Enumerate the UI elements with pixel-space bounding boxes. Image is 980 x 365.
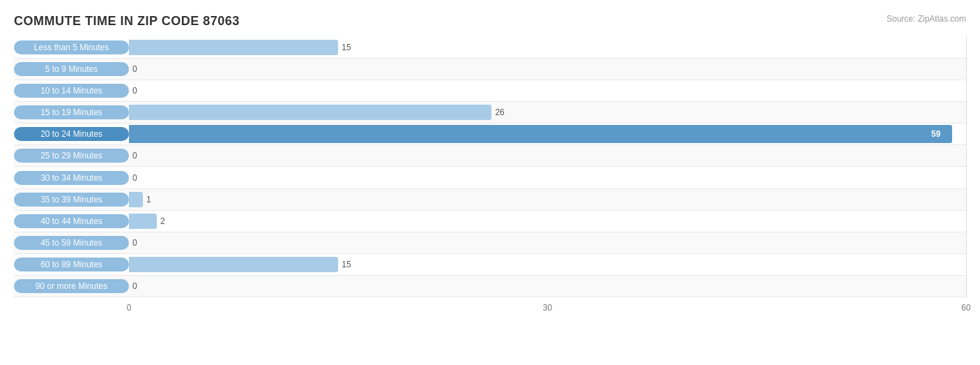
bar-track: 0 xyxy=(129,80,966,101)
source-label: Source: ZipAtlas.com xyxy=(887,14,966,24)
bar-label: Less than 5 Minutes xyxy=(14,40,129,54)
bars-section: Less than 5 Minutes155 to 9 Minutes010 t… xyxy=(14,37,966,297)
bar-label: 30 to 34 Minutes xyxy=(14,171,129,185)
bar-value: 15 xyxy=(342,260,351,269)
bar-label: 35 to 39 Minutes xyxy=(14,193,129,207)
bar-value: 0 xyxy=(132,86,137,96)
bar-value: 1 xyxy=(146,195,151,204)
bar-value: 0 xyxy=(132,151,137,161)
bar-row: 35 to 39 Minutes1 xyxy=(14,189,966,211)
bar-fill xyxy=(129,125,952,143)
x-axis-label: 30 xyxy=(543,303,552,313)
bar-track: 0 xyxy=(129,167,966,188)
bar-track: 0 xyxy=(129,232,966,253)
bar-value: 0 xyxy=(132,64,137,74)
bar-label: 40 to 44 Minutes xyxy=(14,214,129,228)
bar-label: 90 or more Minutes xyxy=(14,279,129,293)
bar-row: 15 to 19 Minutes26 xyxy=(14,102,966,124)
bar-label: 10 to 14 Minutes xyxy=(14,84,129,98)
chart-title: COMMUTE TIME IN ZIP CODE 87063 xyxy=(14,14,966,29)
bar-label: 5 to 9 Minutes xyxy=(14,62,129,76)
bar-track: 15 xyxy=(129,37,966,58)
bar-row: 5 to 9 Minutes0 xyxy=(14,59,966,80)
x-axis-label: 60 xyxy=(961,303,970,313)
bar-row: 60 to 89 Minutes15 xyxy=(14,254,966,276)
bar-label: 45 to 59 Minutes xyxy=(14,236,129,250)
x-axis: 03060 xyxy=(129,297,966,318)
bar-label: 25 to 29 Minutes xyxy=(14,149,129,163)
bar-track: 15 xyxy=(129,254,966,275)
bar-row: Less than 5 Minutes15 xyxy=(14,37,966,59)
bar-track: 0 xyxy=(129,59,966,80)
bar-fill xyxy=(129,105,491,120)
bar-label: 60 to 89 Minutes xyxy=(14,258,129,271)
bar-row: 90 or more Minutes0 xyxy=(14,276,966,297)
x-axis-label: 0 xyxy=(127,303,132,313)
bar-row: 40 to 44 Minutes2 xyxy=(14,211,966,232)
bar-label: 15 to 19 Minutes xyxy=(14,105,129,119)
bar-value: 2 xyxy=(160,216,165,226)
bar-track: 2 xyxy=(129,211,966,232)
bar-value: 0 xyxy=(132,173,137,183)
bar-row: 45 to 59 Minutes0 xyxy=(14,232,966,254)
bar-track: 0 xyxy=(129,145,966,166)
bar-value: 26 xyxy=(495,107,504,117)
bar-fill xyxy=(129,214,157,229)
bar-row: 10 to 14 Minutes0 xyxy=(14,80,966,102)
bar-fill xyxy=(129,257,338,272)
grid-line xyxy=(966,37,967,297)
bar-track: 59 xyxy=(129,124,966,144)
bar-track: 0 xyxy=(129,276,966,297)
chart-container: COMMUTE TIME IN ZIP CODE 87063 Source: Z… xyxy=(0,0,980,365)
bar-fill xyxy=(129,192,143,207)
chart-area: Less than 5 Minutes155 to 9 Minutes010 t… xyxy=(14,37,966,318)
bar-track: 26 xyxy=(129,102,966,123)
bar-track: 1 xyxy=(129,189,966,210)
bar-label: 20 to 24 Minutes xyxy=(14,127,129,141)
bar-value: 0 xyxy=(132,281,137,291)
bar-value: 15 xyxy=(342,43,351,52)
bar-row: 20 to 24 Minutes59 xyxy=(14,124,966,145)
bar-value: 59 xyxy=(931,129,940,139)
bar-fill xyxy=(129,40,338,55)
bar-value: 0 xyxy=(132,238,137,248)
bar-row: 25 to 29 Minutes0 xyxy=(14,145,966,167)
bar-row: 30 to 34 Minutes0 xyxy=(14,167,966,188)
